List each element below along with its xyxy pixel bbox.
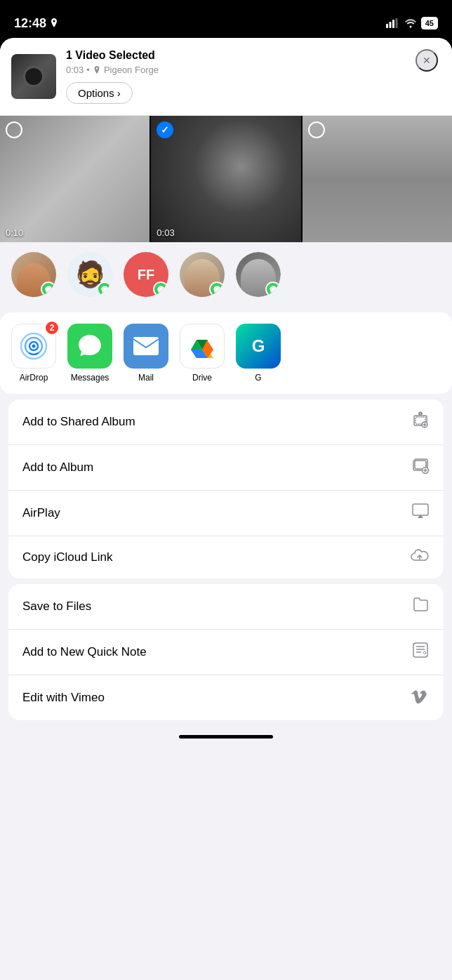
action-copy-icloud[interactable]: Copy iCloud Link (8, 536, 444, 578)
message-icon-2 (100, 285, 109, 294)
messages-badge-1 (41, 282, 56, 297)
share-header: 1 Video Selected 0:03 • Pigeon Forge Opt… (0, 38, 452, 116)
status-icons: 45 (386, 17, 438, 29)
contact-avatar-1 (11, 252, 56, 297)
photo-select-3[interactable] (308, 121, 325, 138)
contact-avatar-2: 🧔 (67, 252, 112, 297)
drive-svg-icon (187, 333, 218, 359)
signal-icon (386, 18, 400, 28)
action-add-album[interactable]: Add to Album (8, 445, 444, 491)
app-icon-messages (67, 324, 112, 369)
svg-rect-0 (386, 24, 388, 28)
album-icon (411, 456, 430, 479)
photo-strip: 0:10 ✓ 0:03 (0, 116, 452, 242)
vimeo-icon (411, 687, 430, 709)
messages-badge-4 (209, 282, 225, 297)
share-title: 1 Video Selected (66, 49, 438, 62)
mail-label: Mail (138, 373, 154, 383)
wifi-icon (404, 18, 417, 28)
photo-duration-1: 0:10 (6, 227, 23, 238)
share-sheet: 1 Video Selected 0:03 • Pigeon Forge Opt… (0, 38, 452, 980)
messages-badge-5 (265, 282, 281, 297)
messages-badge-2 (97, 282, 112, 297)
app-icon-mail (124, 324, 168, 369)
message-icon-4 (213, 285, 222, 294)
action-section-1: Add to Shared Album Add to Album (8, 399, 444, 578)
contact-avatar-5 (236, 252, 281, 297)
quick-note-label: Add to New Quick Note (22, 645, 147, 659)
mystery-label: G (255, 373, 261, 383)
location-meta-icon (93, 66, 101, 74)
battery-icon: 45 (421, 17, 438, 29)
messages-svg-icon (76, 332, 104, 360)
contact-avatar-4 (180, 252, 225, 297)
drive-label: Drive (192, 373, 212, 383)
icloud-icon (410, 548, 430, 567)
add-album-label: Add to Album (22, 461, 93, 475)
action-add-shared-album[interactable]: Add to Shared Album (8, 399, 444, 445)
bottom-bar (0, 726, 452, 750)
share-thumbnail (11, 54, 56, 99)
svg-rect-21 (413, 504, 428, 515)
action-quick-note[interactable]: Add to New Quick Note (8, 630, 444, 675)
photo-item-3[interactable] (303, 116, 452, 242)
status-bar: 12:48 45 (0, 0, 452, 38)
contact-item-4[interactable] (180, 252, 225, 297)
contacts-row: 🧔 FF (0, 242, 452, 307)
apps-row: 2 AirDrop (0, 312, 452, 394)
svg-rect-1 (389, 22, 391, 28)
contact-item-2[interactable]: 🧔 (67, 252, 112, 297)
photo-item-2[interactable]: ✓ 0:03 (151, 116, 300, 242)
app-item-mail[interactable]: Mail (124, 324, 168, 383)
app-icon-mystery: G (236, 324, 281, 369)
message-icon (44, 285, 53, 294)
status-time: 12:48 (14, 16, 59, 31)
message-icon-3 (157, 285, 166, 294)
location-icon (49, 18, 59, 28)
edit-vimeo-label: Edit with Vimeo (22, 691, 105, 705)
contact-item-3[interactable]: FF (124, 252, 168, 297)
app-item-drive[interactable]: Drive (180, 324, 225, 383)
messages-label: Messages (71, 373, 109, 383)
app-icon-airdrop: 2 (11, 324, 56, 369)
mail-svg-icon (132, 336, 160, 357)
clock: 12:48 (14, 16, 46, 31)
svg-rect-3 (395, 18, 397, 28)
photo-duration-2: 0:03 (157, 227, 174, 238)
airdrop-svg-icon (18, 331, 49, 362)
action-edit-vimeo[interactable]: Edit with Vimeo (8, 675, 444, 720)
action-airplay[interactable]: AirPlay (8, 491, 444, 536)
files-icon (411, 595, 430, 618)
options-button[interactable]: Options › (66, 82, 133, 104)
add-shared-album-label: Add to Shared Album (22, 415, 135, 429)
svg-point-7 (32, 345, 36, 348)
shared-album-icon (411, 411, 430, 433)
app-item-messages[interactable]: Messages (67, 324, 112, 383)
contact-item-1[interactable] (11, 252, 56, 297)
quick-note-icon (411, 641, 430, 663)
airdrop-label: AirDrop (20, 373, 48, 383)
app-icon-drive (180, 324, 225, 369)
message-icon-5 (269, 285, 278, 294)
share-meta: 0:03 • Pigeon Forge (66, 65, 438, 75)
airplay-label: AirPlay (22, 506, 60, 520)
app-item-airdrop[interactable]: 2 AirDrop (11, 324, 56, 383)
copy-icloud-label: Copy iCloud Link (22, 550, 113, 564)
airdrop-badge: 2 (44, 320, 60, 336)
home-indicator (179, 735, 273, 739)
share-info: 1 Video Selected 0:03 • Pigeon Forge Opt… (66, 49, 438, 104)
contact-item-5[interactable] (236, 252, 281, 297)
contact-avatar-3: FF (124, 252, 168, 297)
airplay-icon (411, 502, 430, 524)
close-button[interactable]: ✕ (416, 49, 438, 72)
action-save-files[interactable]: Save to Files (8, 584, 444, 630)
action-section-2: Save to Files Add to New Quick Note (8, 584, 444, 720)
messages-badge-3 (153, 282, 168, 297)
svg-rect-2 (392, 20, 394, 28)
app-item-mystery[interactable]: G G (236, 324, 281, 383)
save-files-label: Save to Files (22, 600, 91, 614)
svg-rect-8 (133, 337, 159, 355)
photo-select-1[interactable] (6, 121, 22, 138)
photo-item-1[interactable]: 0:10 (0, 116, 149, 242)
svg-rect-23 (413, 643, 427, 657)
